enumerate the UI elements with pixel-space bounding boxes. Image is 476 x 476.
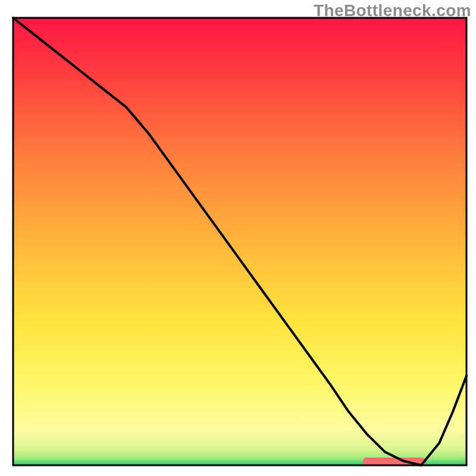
- chart-container: TheBottleneck.com: [0, 0, 476, 476]
- bottleneck-chart: [0, 0, 476, 476]
- plot-background: [13, 18, 466, 465]
